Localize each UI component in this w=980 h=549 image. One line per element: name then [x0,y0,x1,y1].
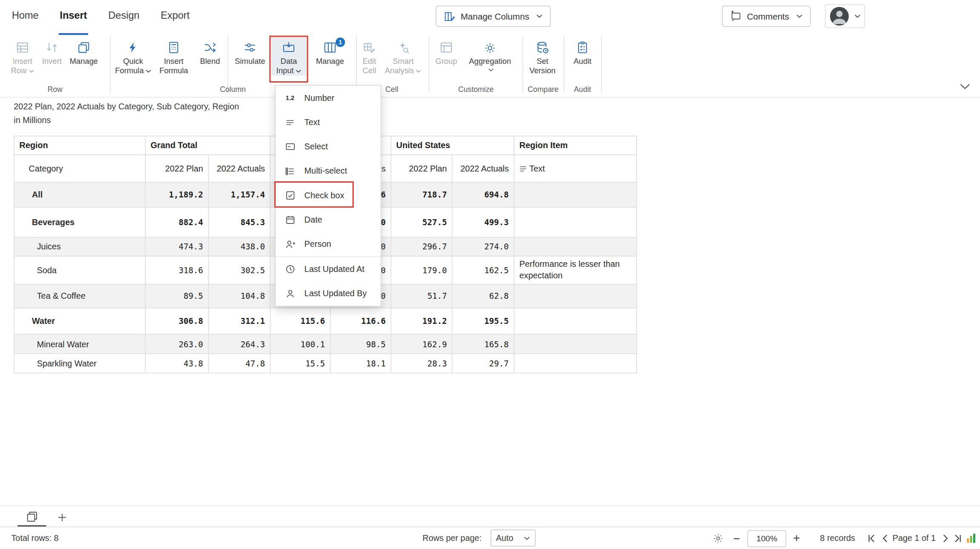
table-cell[interactable]: 718.7 [391,182,452,207]
table-cell[interactable]: 306.8 [145,308,208,335]
rows-per-page-select[interactable]: Auto [490,530,536,547]
table-cell[interactable] [514,284,637,308]
row-label[interactable]: Juices [14,237,145,256]
zoom-out-button[interactable] [732,535,741,543]
audit-button[interactable]: Audit [567,37,598,66]
menu-item-check-box[interactable]: Check box [276,183,381,208]
menu-item-multi-select[interactable]: Multi-select [276,159,381,183]
table-cell[interactable]: 165.8 [452,335,514,354]
table-cell[interactable]: 195.5 [452,308,514,335]
row-label[interactable]: Mineral Water [14,335,145,354]
table-cell[interactable]: 62.8 [452,284,514,308]
table-cell[interactable]: 274.0 [452,237,514,256]
manage-columns-button[interactable]: Manage Columns [436,6,550,27]
menu-item-number[interactable]: 1.2 Number [276,86,381,110]
table-cell[interactable]: 1,157.4 [208,182,270,207]
tab-export[interactable]: Export [160,0,191,35]
menu-item-last-updated-by[interactable]: Last Updated By [276,281,381,306]
col-header-region-item[interactable]: Region Item [514,136,637,155]
table-cell[interactable]: 98.5 [330,335,391,354]
insert-row-button[interactable]: Insert Row [6,37,39,76]
table-cell[interactable]: 28.3 [391,354,452,374]
last-page-button[interactable] [954,534,962,543]
table-cell[interactable] [514,182,637,207]
table-cell[interactable]: 104.8 [208,284,270,308]
zoom-level[interactable]: 100% [747,530,786,547]
sheet-tab[interactable] [17,506,46,527]
table-cell[interactable]: 694.8 [452,182,514,207]
col-header-region[interactable]: Region [14,136,145,155]
table-cell[interactable]: 1,189.2 [145,182,208,207]
insert-formula-button[interactable]: Insert Formula [154,37,194,76]
row-label[interactable]: Water [14,308,145,335]
row-label[interactable]: All [14,182,145,207]
table-cell[interactable] [514,207,637,237]
table-cell[interactable]: 162.9 [391,335,452,354]
menu-item-date[interactable]: Date [276,208,381,232]
menu-item-text[interactable]: Text [276,110,381,134]
table-cell[interactable]: 438.0 [208,237,270,256]
table-cell[interactable]: 100.1 [271,335,330,354]
blend-button[interactable]: Blend [196,37,224,66]
manage-rows-button[interactable]: Manage [65,37,103,66]
menu-item-select[interactable]: Select [276,134,381,159]
table-cell[interactable]: 162.5 [452,256,514,285]
collapse-ribbon-button[interactable] [960,84,970,89]
quick-formula-button[interactable]: Quick Formula [115,37,151,76]
table-cell[interactable]: 302.5 [208,256,270,285]
aggregation-button[interactable]: Aggregation [462,37,517,72]
table-cell[interactable]: 15.5 [271,354,330,374]
col-header-actuals[interactable]: 2022 Actuals [208,155,270,183]
table-cell[interactable]: 264.3 [208,335,270,354]
group-button[interactable]: Group [433,37,460,66]
set-version-button[interactable]: Set Version [525,37,560,76]
col-header-grand-total[interactable]: Grand Total [145,136,271,155]
table-cell[interactable]: 882.4 [145,207,208,237]
row-label[interactable]: Soda [14,256,145,285]
simulate-button[interactable]: Simulate [232,37,268,66]
chart-logo-button[interactable] [966,533,977,543]
col-header-actuals[interactable]: 2022 Actuals [452,155,514,183]
table-cell[interactable]: 312.1 [208,308,270,335]
table-cell[interactable]: 51.7 [391,284,452,308]
col-header-united-states[interactable]: United States [391,136,514,155]
table-cell[interactable]: 191.2 [391,308,452,335]
table-cell[interactable]: 116.6 [330,308,391,335]
table-cell[interactable]: 115.6 [271,308,330,335]
table-cell[interactable]: 296.7 [391,237,452,256]
manage-columns-ribbon-button[interactable]: Manage 1 [309,37,351,66]
zoom-in-button[interactable] [792,534,801,542]
menu-item-person[interactable]: Person [276,232,381,256]
table-cell[interactable]: 499.3 [452,207,514,237]
table-cell[interactable] [514,354,637,374]
next-page-button[interactable] [943,534,949,543]
account-menu[interactable] [825,4,865,28]
previous-page-button[interactable] [882,534,888,543]
tab-home[interactable]: Home [11,0,40,35]
table-cell[interactable]: 179.0 [391,256,452,285]
table-cell[interactable]: 318.6 [145,256,208,285]
row-label[interactable]: Tea & Coffee [14,284,145,308]
table-cell[interactable]: 43.8 [145,354,208,374]
invert-button[interactable]: Invert [40,37,64,66]
table-cell[interactable]: 18.1 [330,354,391,374]
table-cell[interactable]: 89.5 [145,284,208,308]
edit-cell-button[interactable]: Edit Cell [359,37,380,76]
col-header-plan[interactable]: 2022 Plan [391,155,452,183]
first-page-button[interactable] [868,534,876,543]
data-input-button[interactable]: Data Input [271,37,306,76]
add-sheet-button[interactable] [55,510,68,524]
menu-item-last-updated-at[interactable]: Last Updated At [276,257,381,281]
comments-button[interactable]: Comments [722,6,810,27]
table-cell[interactable]: 47.8 [208,354,270,374]
col-header-category[interactable]: Category [14,155,145,183]
table-cell[interactable] [514,335,637,354]
settings-gear-button[interactable] [712,533,724,544]
table-cell[interactable] [514,237,637,256]
table-cell[interactable] [514,308,637,335]
tab-insert[interactable]: Insert [59,0,88,35]
row-label[interactable]: Beverages [14,207,145,237]
col-header-region-item-type[interactable]: Text [514,155,637,183]
col-header-plan[interactable]: 2022 Plan [145,155,208,183]
table-cell[interactable]: 474.3 [145,237,208,256]
